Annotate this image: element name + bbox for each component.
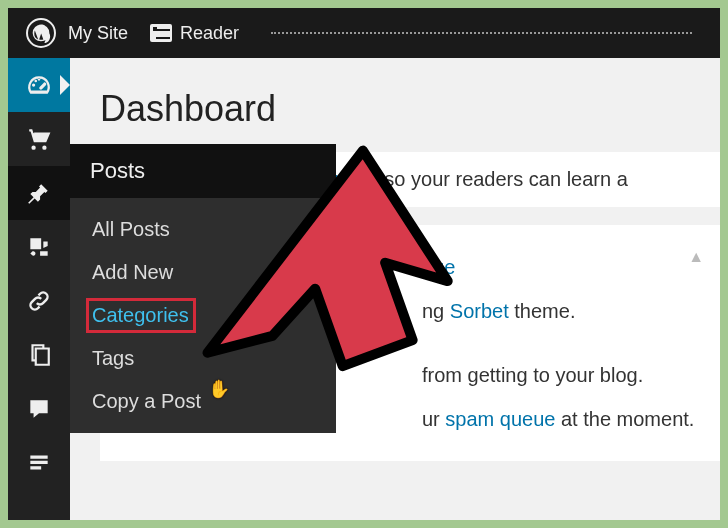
pages-icon xyxy=(26,342,52,368)
gauge-icon xyxy=(26,72,52,98)
panel-text-3: from getting to your blog. xyxy=(422,364,643,386)
page-title: Dashboard xyxy=(100,88,720,130)
wordpress-logo-icon[interactable] xyxy=(26,18,56,48)
hand-cursor-icon: ✋ xyxy=(208,378,230,400)
collapse-icon[interactable]: ▲ xyxy=(688,239,704,274)
cart-icon xyxy=(26,126,52,152)
flyout-item-add-new[interactable]: Add New xyxy=(70,251,336,294)
form-icon xyxy=(26,450,52,476)
flyout-header[interactable]: Posts xyxy=(70,144,336,198)
panel-link-4[interactable]: spam queue xyxy=(445,408,555,430)
panel-link-2[interactable]: Sorbet xyxy=(450,300,509,322)
panel-link-1[interactable]: age xyxy=(422,256,455,278)
admin-topbar: My Site Reader xyxy=(8,8,720,58)
flyout-items: All Posts Add New Categories Tags Copy a… xyxy=(70,198,336,433)
panel-text-4b: at the moment. xyxy=(555,408,694,430)
comment-icon xyxy=(26,396,52,422)
sidebar-item-comments[interactable] xyxy=(8,382,70,436)
flyout-item-categories[interactable]: Categories xyxy=(70,294,336,337)
posts-flyout-menu: Posts All Posts Add New Categories Tags … xyxy=(70,144,336,433)
main-layout: Dashboard Tip: Update your about page so… xyxy=(8,58,720,520)
sidebar-item-posts[interactable] xyxy=(8,166,70,220)
reader-link[interactable]: Reader xyxy=(180,23,239,44)
sidebar-item-media[interactable] xyxy=(8,220,70,274)
flyout-item-all-posts[interactable]: All Posts xyxy=(70,208,336,251)
flyout-item-copy-post[interactable]: Copy a Post xyxy=(70,380,336,423)
app-frame: My Site Reader xyxy=(8,8,720,520)
sidebar-item-links[interactable] xyxy=(8,274,70,328)
sidebar-item-dashboard[interactable] xyxy=(8,58,70,112)
tip-suffix: so your readers can learn a xyxy=(379,168,628,190)
sidebar-item-pages[interactable] xyxy=(8,328,70,382)
panel-text-4a: ur xyxy=(422,408,445,430)
admin-sidebar xyxy=(8,58,70,520)
pin-icon xyxy=(26,180,52,206)
link-icon xyxy=(26,288,52,314)
sidebar-item-store[interactable] xyxy=(8,112,70,166)
media-icon xyxy=(26,234,52,260)
my-site-link[interactable]: My Site xyxy=(68,23,128,44)
flyout-item-tags[interactable]: Tags xyxy=(70,337,336,380)
sidebar-item-feedback[interactable] xyxy=(8,436,70,490)
reader-icon xyxy=(150,24,172,42)
panel-text-2b: theme. xyxy=(509,300,576,322)
panel-text-2a: ng xyxy=(422,300,450,322)
topbar-divider xyxy=(271,32,692,34)
